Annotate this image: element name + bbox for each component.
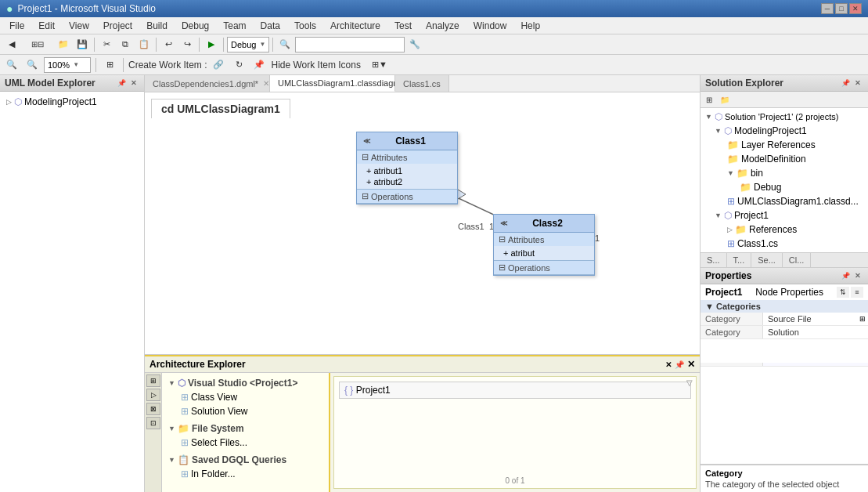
tab-classdep-close[interactable]: ✕ — [263, 79, 269, 88]
copy-btn[interactable]: ⧉ — [117, 37, 134, 52]
arch-fs-expand[interactable]: ▼ — [168, 425, 175, 432]
sol-pin-btn[interactable]: 📌 — [840, 78, 851, 89]
prop-pin-btn[interactable]: 📌 — [840, 270, 851, 281]
arch-dgql-expand[interactable]: ▼ — [168, 456, 175, 464]
uml-root-item[interactable]: ▷ ⬡ ModelingProject1 — [3, 95, 141, 109]
arch-classview[interactable]: ⊞ Class View — [178, 390, 326, 404]
sol-class1cs[interactable]: ⊞ Class1.cs — [702, 237, 866, 251]
diagram-canvas[interactable]: cd UMLClassDiagram1 Class1 1 Class2 1 — [145, 92, 700, 354]
menu-build[interactable]: Build — [140, 19, 174, 33]
sol-close-btn[interactable]: ✕ — [852, 78, 863, 89]
menu-architecture[interactable]: Architecture — [324, 19, 387, 33]
minimize-button[interactable]: ─ — [821, 3, 834, 14]
open-btn[interactable]: 📁 — [55, 37, 72, 52]
zoom-in-btn[interactable]: 🔍 — [23, 57, 41, 73]
hide-work-item-label[interactable]: Hide Work Item Icons — [271, 60, 360, 71]
menu-analyze[interactable]: Analyze — [420, 19, 466, 33]
prop-cat-expand[interactable]: ▼ — [705, 302, 716, 311]
work-item-refresh-btn[interactable]: ↻ — [230, 57, 247, 73]
undo-btn[interactable]: ↩ — [160, 37, 177, 52]
maximize-button[interactable]: □ — [835, 3, 848, 14]
tab-class1cs[interactable]: Class1.cs — [395, 75, 449, 92]
menu-view[interactable]: View — [63, 19, 95, 33]
menu-project[interactable]: Project — [97, 19, 139, 33]
diagram-scroll-horizontal[interactable] — [145, 354, 700, 355]
sol-tab-t[interactable]: T... — [727, 253, 752, 267]
menu-data[interactable]: Data — [254, 19, 286, 33]
close-button[interactable]: ✕ — [849, 3, 862, 14]
search-opts[interactable]: 🔧 — [406, 37, 423, 52]
sol-tb-btn2[interactable]: 📁 — [718, 93, 732, 106]
back-button[interactable]: ◀ — [3, 37, 20, 52]
class1cs-label: Class1.cs — [737, 238, 778, 249]
search-btn[interactable]: 🔍 — [276, 37, 294, 52]
class1-attributes-header[interactable]: ⊟ Attributes — [357, 150, 457, 164]
sol-layer-ref[interactable]: 📁 Layer References — [702, 138, 866, 152]
arch-close-btn[interactable]: ✕ — [687, 359, 695, 370]
arch-classview-label: Class View — [191, 392, 237, 403]
sol-tab-cl[interactable]: Cl... — [783, 253, 812, 267]
menu-team[interactable]: Team — [217, 19, 252, 33]
prop-more-value — [763, 363, 868, 366]
sol-root[interactable]: ▼ ⬡ Solution 'Project1' (2 projects) — [702, 110, 866, 124]
arch-selectfiles[interactable]: ⊞ Select Files... — [178, 436, 326, 450]
tab-classdep[interactable]: ClassDependencies1.dgml* ✕ — [145, 75, 270, 92]
nav-btn[interactable]: ⊞⊟ — [22, 37, 53, 52]
arch-tb-btn4[interactable]: ⊡ — [146, 417, 160, 429]
prop-close-btn[interactable]: ✕ — [852, 270, 863, 281]
menu-edit[interactable]: Edit — [32, 19, 61, 33]
zoom-out-btn[interactable]: 🔍 — [3, 57, 20, 73]
menu-file[interactable]: File — [3, 19, 31, 33]
arch-infolder[interactable]: ⊞ In Folder... — [178, 467, 326, 481]
class1-operations-header[interactable]: ⊟ Operations — [357, 190, 457, 203]
uml-class1[interactable]: ≪ Class1 ⊟ Attributes + atribut1 + atrib… — [356, 132, 458, 204]
arch-tb-btn1[interactable]: ⊞ — [146, 374, 160, 387]
arch-vs-expand[interactable]: ▼ — [168, 379, 175, 387]
work-item-extra[interactable]: ⊞▼ — [364, 57, 395, 73]
save-btn[interactable]: 💾 — [74, 37, 91, 52]
menu-test[interactable]: Test — [388, 19, 418, 33]
cut-btn[interactable]: ✂ — [98, 37, 115, 52]
zoom-dropdown[interactable]: 100% ▼ — [44, 57, 91, 73]
work-item-pin-btn[interactable]: 📌 — [250, 57, 268, 73]
sol-modeling-proj[interactable]: ▼ ⬡ ModelingProject1 — [702, 124, 866, 138]
tab-umlclass[interactable]: UMLClassDiagram1.classdiagram* ✕ — [270, 75, 395, 92]
sol-tb-btn1[interactable]: ⊞ — [702, 93, 716, 106]
arch-close-tab[interactable]: ✕ — [665, 360, 672, 369]
work-item-link-btn[interactable]: 🔗 — [210, 57, 227, 73]
redo-btn[interactable]: ↪ — [178, 37, 196, 52]
sol-bin[interactable]: ▼ 📁 bin — [702, 166, 866, 180]
arch-pin-btn[interactable]: 📌 — [675, 360, 684, 369]
start-btn[interactable]: ▶ — [203, 37, 220, 52]
arch-tb-btn2[interactable]: ▷ — [146, 389, 160, 401]
layout-btn[interactable]: ⊞ — [101, 57, 118, 73]
class2-operations-header[interactable]: ⊟ Operations — [494, 261, 594, 274]
menu-tools[interactable]: Tools — [288, 19, 322, 33]
sol-tab-s[interactable]: S... — [701, 253, 727, 267]
config-dropdown[interactable]: Debug ▼ — [227, 37, 269, 52]
arch-tb-btn3[interactable]: ⊠ — [146, 403, 160, 415]
class1-attributes-content: + atribut1 + atribut2 — [357, 164, 457, 189]
arch-project1-item[interactable]: { } Project1 — [339, 382, 691, 399]
prop-row1-btn[interactable]: ⊞ — [857, 313, 868, 325]
sol-tab-se[interactable]: Se... — [751, 253, 783, 267]
prop-sort-btn[interactable]: ⇅ — [837, 287, 849, 298]
menu-debug[interactable]: Debug — [175, 19, 215, 33]
sol-references[interactable]: ▷ 📁 References — [702, 222, 866, 237]
class2-attributes-header[interactable]: ⊟ Attributes — [494, 233, 594, 246]
menu-help[interactable]: Help — [514, 19, 546, 33]
uml-pin-btn[interactable]: 📌 — [116, 78, 127, 89]
uml-class2[interactable]: ≪ Class2 ⊟ Attributes + atribut — [493, 214, 595, 276]
menu-window[interactable]: Window — [467, 19, 513, 33]
class1-expand[interactable]: ≪ — [363, 137, 370, 145]
sol-debug[interactable]: 📁 Debug — [702, 180, 866, 194]
sol-project1[interactable]: ▼ ⬡ Project1 — [702, 208, 866, 222]
prop-group-btn[interactable]: ≡ — [851, 287, 863, 298]
sol-model-def[interactable]: 📁 ModelDefinition — [702, 152, 866, 166]
sol-umlclass-file[interactable]: ⊞ UMLClassDiagram1.classd... — [702, 194, 866, 208]
class2-expand[interactable]: ≪ — [500, 219, 507, 227]
paste-btn[interactable]: 📋 — [135, 37, 153, 52]
uml-close-btn[interactable]: ✕ — [128, 78, 139, 89]
search-box[interactable] — [295, 37, 405, 52]
arch-solutionview[interactable]: ⊞ Solution View — [178, 404, 326, 418]
